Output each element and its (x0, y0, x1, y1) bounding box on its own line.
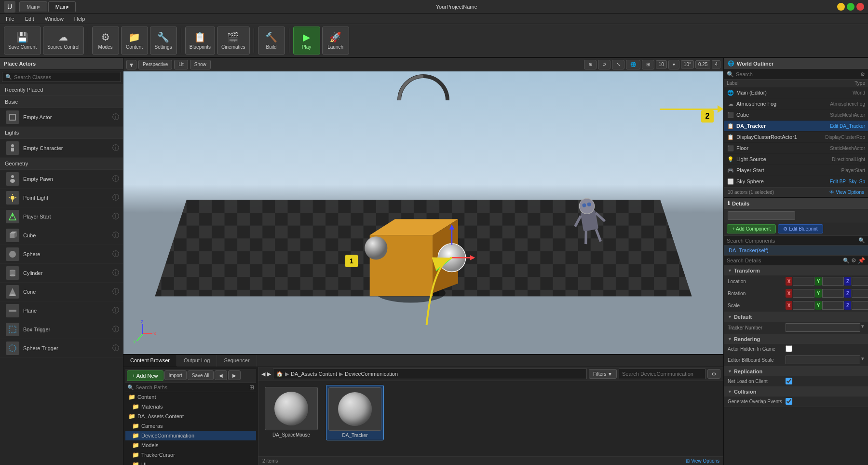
tab-main-1[interactable]: Main• (19, 1, 47, 12)
cylinder-info[interactable]: ⓘ (112, 269, 119, 277)
outliner-search-settings[interactable]: ⚙ (860, 71, 865, 78)
world-button[interactable]: 🌐 (626, 60, 640, 69)
billboard-scale-input[interactable]: 1.0 (786, 356, 860, 364)
actor-empty-actor[interactable]: Empty Actor ⓘ (0, 108, 123, 127)
modes-button[interactable]: ⚙ Modes (92, 27, 119, 55)
tracker-number-dropdown-icon[interactable]: ▾ (861, 323, 864, 332)
minimize-button[interactable] (837, 3, 845, 11)
path-device-comm[interactable]: DeviceCommunication (345, 371, 398, 377)
surface-snap-button[interactable]: ⊞ (642, 60, 654, 69)
viewport-dropdown-button[interactable]: ▾ (126, 60, 136, 69)
close-button[interactable] (856, 3, 864, 11)
actor-sphere[interactable]: Sphere ⓘ (0, 245, 123, 264)
tree-materials[interactable]: 📁 Materials (125, 402, 256, 411)
empty-character-info[interactable]: ⓘ (112, 144, 119, 152)
edit-blueprint-button[interactable]: ⚙ Edit Blueprint (778, 224, 823, 233)
tab-output-log[interactable]: Output Log (177, 355, 217, 367)
tree-view-icon[interactable]: ⊞ (249, 384, 254, 391)
tree-models[interactable]: 📁 Models (125, 440, 256, 450)
tree-content[interactable]: 📁 Content (125, 392, 256, 402)
outliner-sky-sphere[interactable]: ⬜ Sky Sphere Edit BP_Sky_Sp (724, 176, 868, 187)
scale-z-input[interactable]: 1.0 (852, 301, 868, 310)
play-button[interactable]: ▶ Play (293, 27, 320, 55)
save-current-button[interactable]: 💾 Save Current (4, 27, 41, 55)
category-geometry[interactable]: Geometry (0, 158, 123, 170)
view-options-button[interactable]: ⊞ View Options (686, 458, 719, 464)
add-component-button[interactable]: + Add Component (727, 224, 776, 233)
rotate-button[interactable]: ↺ (598, 60, 610, 69)
category-lights[interactable]: Lights (0, 127, 123, 139)
actor-empty-character[interactable]: Empty Character ⓘ (0, 139, 123, 158)
import-button[interactable]: Import (164, 370, 187, 380)
category-basic[interactable]: Basic (0, 96, 123, 108)
rendering-section-header[interactable]: Rendering (724, 334, 868, 344)
net-load-checkbox[interactable] (786, 378, 792, 384)
empty-actor-info[interactable]: ⓘ (112, 113, 119, 122)
rotation-x-input[interactable]: 0.0° (793, 289, 814, 298)
asset-da-tracker[interactable]: DA_Tracker (326, 385, 384, 440)
outliner-light-source[interactable]: 💡 Light Source DirectionalLight (724, 154, 868, 165)
default-section-header[interactable]: Default (724, 312, 868, 322)
tree-tracker-cursor[interactable]: 📁 TrackerCursor (125, 450, 256, 460)
viewport[interactable]: 1 2 X Y Z (123, 71, 723, 354)
content-settings-button[interactable]: ⚙ (707, 369, 720, 379)
actor-cylinder[interactable]: Cylinder ⓘ (0, 264, 123, 283)
details-actor-name-input[interactable]: DA_Tracker (728, 211, 795, 220)
actor-cube[interactable]: Cube ⓘ (0, 226, 123, 245)
tree-cameras[interactable]: 📁 Cameras (125, 421, 256, 431)
menu-help[interactable]: Help (71, 15, 88, 23)
path-da-assets[interactable]: DA_Assets Content (291, 371, 337, 377)
tab-sequencer[interactable]: Sequencer (217, 355, 257, 367)
settings-button[interactable]: 🔧 Settings (150, 27, 177, 55)
replication-section-header[interactable]: Replication (724, 367, 868, 376)
build-button[interactable]: 🔨 Build (258, 27, 285, 55)
actor-empty-pawn[interactable]: Empty Pawn ⓘ (0, 170, 123, 189)
location-x-input[interactable]: -240.0 (793, 277, 814, 286)
forward-button[interactable]: ▶ (228, 370, 241, 380)
actor-plane[interactable]: Plane ⓘ (0, 301, 123, 320)
back-button[interactable]: ◀ (215, 370, 227, 380)
actor-cone[interactable]: Cone ⓘ (0, 283, 123, 301)
search-paths-input[interactable] (136, 384, 249, 390)
property-search-input[interactable] (727, 258, 843, 263)
point-light-info[interactable]: ⓘ (112, 193, 119, 202)
transform-section-header[interactable]: Transform (724, 266, 868, 275)
outliner-main-editor[interactable]: 🌐 Main (Editor) World (724, 87, 868, 98)
outliner-atmospheric-fog[interactable]: ☁ Atmospheric Fog AtmosphericFog (724, 98, 868, 109)
add-new-button[interactable]: + Add New (127, 370, 163, 381)
translate-button[interactable]: ⊕ (584, 60, 597, 69)
outliner-display-cluster[interactable]: 📋 DisplayClusterRootActor1 DisplayCluste… (724, 132, 868, 143)
actor-player-start[interactable]: Player Start ⓘ (0, 207, 123, 226)
scale-y-input[interactable]: 1.0 (822, 301, 844, 310)
save-all-button[interactable]: Save All (188, 370, 214, 380)
grid-dropdown[interactable]: ▾ (668, 60, 679, 69)
collision-section-header[interactable]: Collision (724, 387, 868, 397)
actor-hidden-checkbox[interactable] (786, 345, 792, 352)
player-start-info[interactable]: ⓘ (112, 212, 119, 221)
forward-nav-icon[interactable]: ▶ (267, 371, 271, 377)
category-recently-placed[interactable]: Recently Placed (0, 84, 123, 96)
overlap-checkbox[interactable] (786, 398, 792, 405)
empty-pawn-info[interactable]: ⓘ (112, 175, 119, 183)
cube-info[interactable]: ⓘ (112, 231, 119, 240)
back-nav-icon[interactable]: ◀ (261, 371, 265, 377)
tracker-number-input[interactable]: 1 (786, 323, 860, 332)
box-trigger-info[interactable]: ⓘ (112, 325, 119, 334)
cone-info[interactable]: ⓘ (112, 287, 119, 296)
launch-button[interactable]: 🚀 Launch (322, 27, 349, 55)
location-z-input[interactable]: 170.0 (852, 277, 868, 286)
sphere-info[interactable]: ⓘ (112, 250, 119, 259)
asset-da-spacemouse[interactable]: DA_SpaceMouse (262, 385, 320, 440)
tree-device-comm[interactable]: 📁 DeviceCommunication (125, 431, 256, 440)
source-control-button[interactable]: ☁ Source Control (43, 27, 84, 55)
component-search-input[interactable] (727, 238, 858, 244)
outliner-view-options[interactable]: 👁 View Options (829, 190, 864, 195)
billboard-scale-dropdown[interactable]: ▾ (861, 356, 864, 364)
filters-button[interactable]: Filters ▼ (589, 369, 617, 379)
plane-info[interactable]: ⓘ (112, 306, 119, 315)
tab-main-2[interactable]: Main• (48, 1, 76, 12)
component-self[interactable]: DA_Tracker(self) (724, 246, 868, 256)
tree-da-assets[interactable]: 📁 DA_Assets Content (125, 411, 256, 421)
maximize-button[interactable] (847, 3, 854, 11)
outliner-da-tracker[interactable]: 📋 DA_Tracker Edit DA_Tracker (724, 121, 868, 132)
